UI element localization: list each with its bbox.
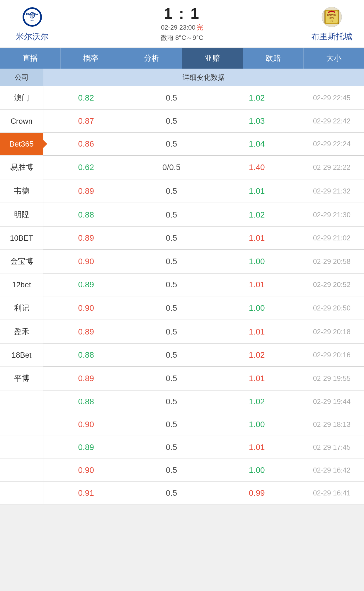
home-odds-cell: 0.89 xyxy=(43,367,129,390)
match-datetime: 02-29 23:00 xyxy=(161,24,195,31)
home-odds-cell: 0.90 xyxy=(43,296,129,320)
home-odds-cell: 0.62 xyxy=(43,156,129,179)
handicap-cell: 0.5 xyxy=(129,459,214,481)
table-row[interactable]: 18Bet 0.88 0.5 1.02 02-29 20:16 xyxy=(0,344,364,366)
table-row[interactable]: 盈禾 0.89 0.5 1.01 02-29 20:18 xyxy=(0,320,364,344)
company-cell: 利记 xyxy=(0,296,43,320)
table-row[interactable]: 利记 0.90 0.5 1.00 02-29 20:50 xyxy=(0,296,364,320)
away-odds-cell: 1.04 xyxy=(214,133,300,155)
table-row[interactable]: 金宝博 0.90 0.5 1.00 02-29 20:58 xyxy=(0,250,364,273)
table-row[interactable]: 12bet 0.89 0.5 1.01 02-29 20:52 xyxy=(0,274,364,296)
company-cell: 平博 xyxy=(0,367,43,390)
odds-table: 澳门 0.82 0.5 1.02 02-29 22:45 Crown 0.87 … xyxy=(0,86,364,505)
handicap-cell: 0.5 xyxy=(129,133,214,155)
table-row[interactable]: 平博 0.89 0.5 1.01 02-29 19:55 xyxy=(0,367,364,390)
time-cell: 02-29 22:42 xyxy=(300,110,364,132)
company-cell: Crown xyxy=(0,110,43,132)
home-odds-cell: 0.90 xyxy=(43,250,129,273)
away-team-logo: BRISTOL CITY FC xyxy=(320,5,343,29)
time-cell: 02-29 20:58 xyxy=(300,250,364,273)
handicap-cell: 0.5 xyxy=(129,86,214,109)
home-odds-cell: 0.88 xyxy=(43,390,129,413)
away-odds-cell: 1.00 xyxy=(214,296,300,320)
company-cell: 澳门 xyxy=(0,86,43,109)
tab-概率[interactable]: 概率 xyxy=(61,48,121,69)
table-row[interactable]: 0.90 0.5 1.00 02-29 18:13 xyxy=(0,413,364,436)
svg-text:FC: FC xyxy=(31,16,33,18)
company-cell: Bet365 xyxy=(0,133,43,155)
handicap-cell: 0/0.5 xyxy=(129,156,214,179)
handicap-cell: 0.5 xyxy=(129,274,214,296)
tab-分析[interactable]: 分析 xyxy=(121,48,182,69)
handicap-cell: 0.5 xyxy=(129,227,214,249)
table-row[interactable]: Crown 0.87 0.5 1.03 02-29 22:42 xyxy=(0,110,364,133)
away-odds-cell: 1.02 xyxy=(214,390,300,413)
tab-亚赔[interactable]: 亚赔 xyxy=(182,48,243,69)
table-row[interactable]: 韦德 0.89 0.5 1.01 02-29 21:32 xyxy=(0,179,364,203)
company-cell xyxy=(0,413,43,436)
handicap-cell: 0.5 xyxy=(129,179,214,203)
company-cell: 10BET xyxy=(0,227,43,249)
handicap-cell: 0.5 xyxy=(129,367,214,390)
home-odds-cell: 0.89 xyxy=(43,436,129,458)
score-display: 1 : 1 xyxy=(164,5,200,22)
away-odds-cell: 1.01 xyxy=(214,274,300,296)
table-row[interactable]: 0.91 0.5 0.99 02-29 16:41 xyxy=(0,482,364,505)
home-odds-cell: 0.88 xyxy=(43,203,129,226)
time-cell: 02-29 20:50 xyxy=(300,296,364,320)
svg-text:MILLWALL: MILLWALL xyxy=(26,13,38,15)
company-cell: 12bet xyxy=(0,274,43,296)
away-odds-cell: 1.40 xyxy=(214,156,300,179)
table-row[interactable]: 10BET 0.89 0.5 1.01 02-29 21:02 xyxy=(0,227,364,249)
away-odds-cell: 1.01 xyxy=(214,436,300,458)
tab-大小[interactable]: 大小 xyxy=(304,48,364,69)
svg-text:CITY: CITY xyxy=(329,17,334,19)
time-cell: 02-29 20:52 xyxy=(300,274,364,296)
company-cell xyxy=(0,459,43,481)
handicap-cell: 0.5 xyxy=(129,110,214,132)
table-row[interactable]: 明陞 0.88 0.5 1.02 02-29 21:30 xyxy=(0,203,364,227)
home-odds-cell: 0.90 xyxy=(43,413,129,436)
nav-tabs: 直播概率分析亚赔欧赔大小 xyxy=(0,48,364,69)
handicap-cell: 0.5 xyxy=(129,413,214,436)
away-odds-cell: 1.00 xyxy=(214,413,300,436)
time-cell: 02-29 19:55 xyxy=(300,367,364,390)
company-cell xyxy=(0,436,43,458)
table-row[interactable]: 0.90 0.5 1.00 02-29 16:42 xyxy=(0,459,364,482)
away-odds-cell: 1.02 xyxy=(214,86,300,109)
away-odds-cell: 1.01 xyxy=(214,367,300,390)
sub-header: 公司 详细变化数据 xyxy=(0,69,364,86)
company-cell: 18Bet xyxy=(0,344,43,366)
table-row[interactable]: Bet365 0.86 0.5 1.04 02-29 22:24 xyxy=(0,133,364,155)
handicap-cell: 0.5 xyxy=(129,390,214,413)
time-cell: 02-29 20:16 xyxy=(300,344,364,366)
score-block: 1 : 1 02-29 23:00完 微雨 8°C～9°C xyxy=(161,5,203,43)
home-team-block: MILLWALL FC 1885 米尔沃尔 xyxy=(6,5,59,42)
home-odds-cell: 0.90 xyxy=(43,459,129,481)
tab-直播[interactable]: 直播 xyxy=(0,48,61,69)
handicap-cell: 0.5 xyxy=(129,436,214,458)
away-team-name: 布里斯托城 xyxy=(311,31,352,42)
table-row[interactable]: 澳门 0.82 0.5 1.02 02-29 22:45 xyxy=(0,86,364,110)
away-odds-cell: 1.00 xyxy=(214,250,300,273)
away-odds-cell: 1.00 xyxy=(214,459,300,481)
handicap-cell: 0.5 xyxy=(129,296,214,320)
tab-欧赔[interactable]: 欧赔 xyxy=(243,48,304,69)
away-odds-cell: 1.01 xyxy=(214,320,300,343)
table-row[interactable]: 易胜博 0.62 0/0.5 1.40 02-29 22:22 xyxy=(0,156,364,179)
company-cell: 明陞 xyxy=(0,203,43,226)
time-cell: 02-29 21:32 xyxy=(300,179,364,203)
match-info: 02-29 23:00完 微雨 8°C～9°C xyxy=(161,22,203,43)
match-weather: 微雨 8°C～9°C xyxy=(161,34,203,41)
home-odds-cell: 0.89 xyxy=(43,227,129,249)
company-cell xyxy=(0,390,43,413)
company-cell xyxy=(0,482,43,504)
time-cell: 02-29 19:44 xyxy=(300,390,364,413)
time-cell: 02-29 21:02 xyxy=(300,227,364,249)
home-team-logo: MILLWALL FC 1885 xyxy=(21,5,44,29)
handicap-cell: 0.5 xyxy=(129,344,214,366)
time-cell: 02-29 16:42 xyxy=(300,459,364,481)
table-row[interactable]: 0.89 0.5 1.01 02-29 17:45 xyxy=(0,436,364,459)
away-odds-cell: 1.02 xyxy=(214,203,300,226)
table-row[interactable]: 0.88 0.5 1.02 02-29 19:44 xyxy=(0,390,364,413)
